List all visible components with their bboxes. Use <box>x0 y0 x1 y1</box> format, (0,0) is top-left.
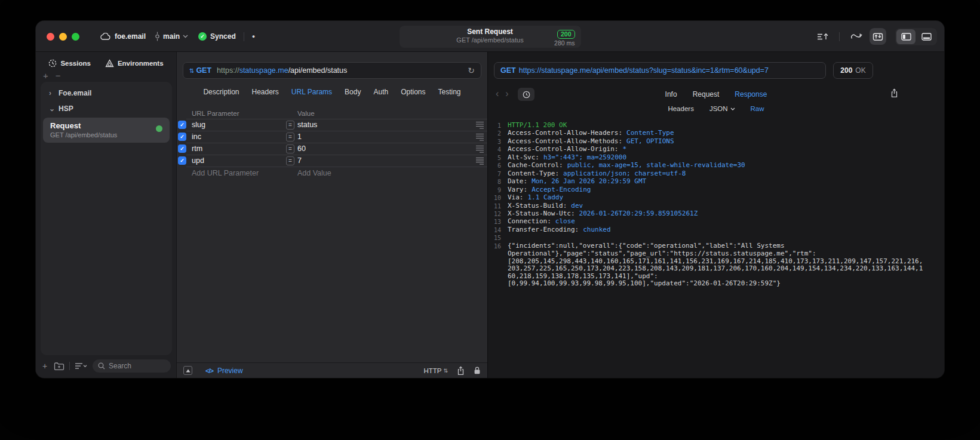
table-row[interactable]: ✓ rtm = 60 <box>177 143 487 155</box>
param-value[interactable]: 1 <box>297 133 302 141</box>
branch-selector[interactable]: main <box>155 32 188 41</box>
table-row[interactable]: ✓ slug = status <box>177 119 487 131</box>
resend-request-icon[interactable]: ↻ <box>468 66 475 75</box>
tree-item-foe-email[interactable]: › Foe.email <box>41 85 172 101</box>
import-order-button[interactable] <box>817 32 829 41</box>
loop-button[interactable] <box>850 32 863 41</box>
minimize-button[interactable] <box>59 33 67 41</box>
value-type-icon[interactable]: = <box>286 156 294 165</box>
tab-response[interactable]: Response <box>735 90 767 99</box>
param-value[interactable]: 60 <box>297 144 306 153</box>
param-name[interactable]: inc <box>192 133 201 141</box>
lock-button[interactable] <box>474 366 481 375</box>
new-folder-button[interactable] <box>54 362 64 371</box>
add-param-row[interactable]: Add URL Parameter Add Value <box>177 167 487 179</box>
tab-sessions[interactable]: Sessions <box>48 59 91 67</box>
tab-options[interactable]: Options <box>401 88 425 96</box>
param-checkbox[interactable]: ✓ <box>178 144 186 153</box>
row-options-lines-icon[interactable] <box>475 121 484 129</box>
remove-session-button[interactable]: − <box>56 70 61 81</box>
add-url-parameter[interactable]: Add URL Parameter <box>192 169 259 177</box>
line-number <box>488 280 501 287</box>
back-button[interactable]: ‹ <box>496 88 499 100</box>
header-name: Cache-Control: <box>508 161 563 169</box>
forward-button[interactable]: › <box>505 88 508 100</box>
search-input[interactable]: Search <box>93 359 171 373</box>
request-list-item-selected[interactable]: Request GET /api/embed/status <box>43 118 170 143</box>
preview-button[interactable]: </> Preview <box>205 367 243 375</box>
header-name: Content-Type: <box>508 170 559 177</box>
row-options-lines-icon[interactable] <box>475 133 484 141</box>
project-name[interactable]: foe.email <box>115 32 146 41</box>
table-row[interactable]: ✓ upd = 7 <box>177 155 487 167</box>
tab-testing[interactable]: Testing <box>438 88 461 96</box>
tab-description[interactable]: Description <box>203 88 239 96</box>
add-request-button[interactable]: + <box>41 361 49 371</box>
sent-request-pill[interactable]: Sent Request GET /api/embed/status 200 2… <box>400 26 581 48</box>
sort-list-button[interactable] <box>75 362 88 370</box>
response-line: 4Access-Control-Allow-Origin:* <box>488 146 944 153</box>
chevron-down-icon <box>183 35 188 38</box>
add-value[interactable]: Add Value <box>297 169 331 177</box>
subtab-json[interactable]: JSON <box>709 105 735 112</box>
history-button[interactable] <box>518 88 534 101</box>
json-body-text: Operational"},"page":"status","page_url"… <box>508 250 924 257</box>
header-line: Via:1.1 Caddy <box>508 194 563 202</box>
close-button[interactable] <box>47 33 54 41</box>
git-commit-icon <box>155 32 160 41</box>
tree-item-hsp[interactable]: ⌄ HSP <box>41 101 172 116</box>
param-name[interactable]: upd <box>192 156 204 165</box>
sent-url: https://statuspage.me/api/embed/status?s… <box>519 66 769 75</box>
request-url[interactable]: https://statuspage.me/api/embed/status <box>214 66 347 75</box>
param-value[interactable]: 7 <box>297 156 302 165</box>
param-checkbox[interactable]: ✓ <box>178 133 186 141</box>
param-checkbox[interactable]: ✓ <box>178 156 186 165</box>
divider <box>244 32 244 41</box>
add-session-button[interactable]: + <box>43 70 48 81</box>
value-type-icon[interactable]: = <box>286 133 294 141</box>
share-button[interactable] <box>457 366 465 376</box>
request-response-toggle[interactable] <box>870 28 886 45</box>
tab-environments[interactable]: Environments <box>105 59 164 67</box>
method-stepper-icon[interactable]: ⇅ <box>189 67 194 74</box>
subtab-headers[interactable]: Headers <box>668 105 693 112</box>
param-name[interactable]: slug <box>192 121 205 129</box>
response-line: 11X-Status-Build:dev <box>488 202 944 210</box>
param-checkbox[interactable]: ✓ <box>178 121 186 129</box>
header-value: GET, OPTIONS <box>626 137 674 145</box>
param-name[interactable]: rtm <box>192 144 202 153</box>
tab-sessions-label: Sessions <box>60 60 91 67</box>
request-method[interactable]: GET <box>196 66 211 75</box>
project-cluster: foe.email main ✓ Synced ● <box>100 21 255 52</box>
sent-url-field[interactable]: GET https://statuspage.me/api/embed/stat… <box>494 62 826 79</box>
response-tabs: Info Request Response <box>488 88 944 99</box>
request-url-field[interactable]: ⇅ GET https://statuspage.me/api/embed/st… <box>183 62 481 79</box>
row-options-lines-icon[interactable] <box>475 157 484 165</box>
expand-panel-button[interactable] <box>183 366 192 375</box>
value-type-icon[interactable]: = <box>286 144 294 153</box>
list-chevron-icon <box>75 362 88 370</box>
tab-auth[interactable]: Auth <box>373 88 388 96</box>
tab-headers[interactable]: Headers <box>251 88 278 96</box>
sync-status[interactable]: ✓ Synced <box>198 32 236 41</box>
toggle-console-button[interactable] <box>917 29 936 44</box>
param-value[interactable]: status <box>297 121 317 129</box>
export-response-button[interactable] <box>890 88 898 98</box>
share-icon <box>890 88 898 98</box>
tab-body[interactable]: Body <box>345 88 361 96</box>
sort-lines-up-icon <box>817 32 829 41</box>
subtab-raw[interactable]: Raw <box>751 105 764 112</box>
table-row[interactable]: ✓ inc = 1 <box>177 131 487 143</box>
header-value: Accept-Encoding <box>532 186 591 193</box>
header-value: application/json; charset=utf-8 <box>563 170 686 177</box>
tab-request[interactable]: Request <box>693 90 720 99</box>
sync-label: Synced <box>210 32 236 41</box>
tab-url-params[interactable]: URL Params <box>291 88 332 96</box>
value-type-icon[interactable]: = <box>286 121 294 130</box>
tab-info[interactable]: Info <box>665 90 677 99</box>
protocol-selector[interactable]: HTTP ⇅ <box>423 367 448 374</box>
row-options-lines-icon[interactable] <box>475 145 484 153</box>
toggle-sidebar-button[interactable] <box>896 29 916 44</box>
header-value: dev <box>571 202 583 210</box>
zoom-button[interactable] <box>72 33 79 41</box>
